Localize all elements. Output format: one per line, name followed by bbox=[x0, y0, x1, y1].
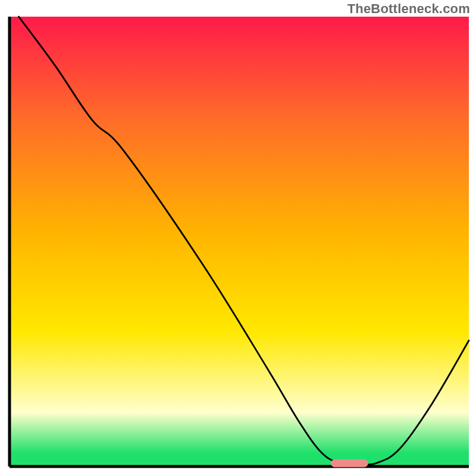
optimal-marker bbox=[331, 460, 368, 467]
chart-plot bbox=[6, 15, 470, 470]
gradient-background bbox=[10, 17, 469, 466]
watermark-text: TheBottleneck.com bbox=[347, 1, 470, 17]
chart-svg bbox=[6, 15, 470, 470]
chart-container: TheBottleneck.com bbox=[0, 0, 476, 476]
